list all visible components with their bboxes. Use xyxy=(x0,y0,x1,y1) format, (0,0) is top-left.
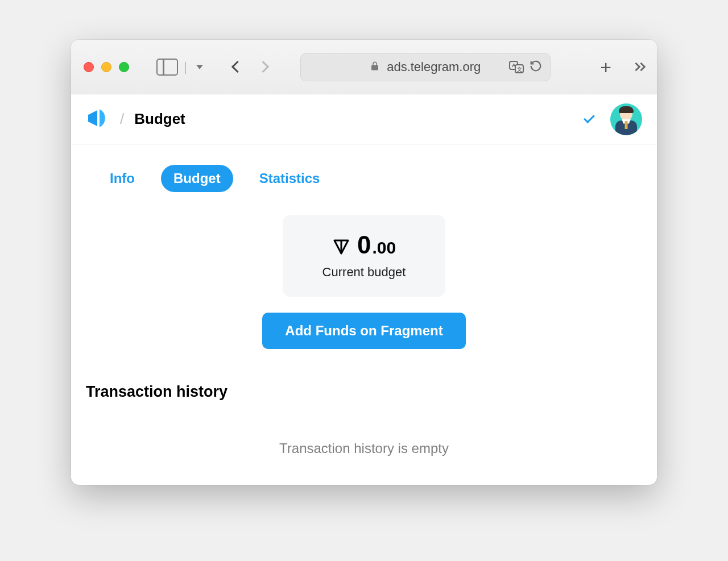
transaction-history-empty: Transaction history is empty xyxy=(86,441,642,456)
minimize-window-button[interactable] xyxy=(101,62,111,72)
content: Info Budget Statistics 0 .00 Current bud… xyxy=(71,144,657,485)
budget-amount: 0 .00 xyxy=(322,231,406,259)
account-dropdown-chevron-icon[interactable] xyxy=(584,112,595,123)
budget-section: 0 .00 Current budget Add Funds on Fragme… xyxy=(86,215,642,349)
translate-icon[interactable]: A文 xyxy=(509,61,524,73)
add-funds-button[interactable]: Add Funds on Fragment xyxy=(262,313,465,349)
transaction-history-title: Transaction history xyxy=(86,383,642,401)
sidebar-toggle-icon[interactable] xyxy=(156,59,178,76)
tabs: Info Budget Statistics xyxy=(86,165,642,192)
sidebar-toggle-group: | xyxy=(156,59,203,76)
app-header: / Budget xyxy=(71,94,657,144)
forward-button xyxy=(257,61,269,73)
budget-card: 0 .00 Current budget xyxy=(283,215,446,297)
ton-currency-icon xyxy=(332,238,350,256)
reload-icon[interactable] xyxy=(530,60,542,74)
avatar[interactable] xyxy=(610,103,642,135)
tab-budget[interactable]: Budget xyxy=(161,165,233,192)
budget-decimal: .00 xyxy=(372,238,396,257)
url-actions: A文 xyxy=(509,60,542,74)
nav-arrows xyxy=(233,63,267,71)
maximize-window-button[interactable] xyxy=(119,62,129,72)
breadcrumb: / Budget xyxy=(86,107,185,132)
url-bar[interactable]: ads.telegram.org A文 xyxy=(300,53,551,81)
page-title: Budget xyxy=(134,110,185,128)
header-right xyxy=(584,103,642,135)
svg-text:文: 文 xyxy=(516,67,522,72)
tab-info[interactable]: Info xyxy=(97,165,147,192)
close-window-button[interactable] xyxy=(84,62,94,72)
browser-window: | ads.telegram.org A文 + xyxy=(71,40,657,485)
divider: | xyxy=(184,60,187,74)
megaphone-logo-icon[interactable] xyxy=(86,107,110,132)
chevron-down-icon[interactable] xyxy=(196,65,203,69)
lock-icon xyxy=(370,60,380,74)
url-text: ads.telegram.org xyxy=(387,60,481,74)
back-button[interactable] xyxy=(231,61,243,73)
tab-overflow-icon[interactable] xyxy=(634,64,644,70)
titlebar-right: + xyxy=(600,57,644,77)
budget-label: Current budget xyxy=(322,265,406,280)
breadcrumb-separator: / xyxy=(120,110,124,128)
budget-integer: 0 xyxy=(357,231,371,259)
new-tab-button[interactable]: + xyxy=(600,57,611,77)
tab-statistics[interactable]: Statistics xyxy=(247,165,333,192)
window-controls xyxy=(84,62,129,72)
browser-titlebar: | ads.telegram.org A文 + xyxy=(71,40,657,94)
